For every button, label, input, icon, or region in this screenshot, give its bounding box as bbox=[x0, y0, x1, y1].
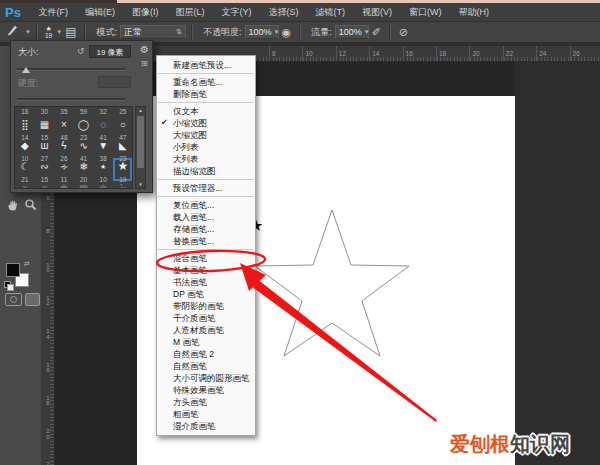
menu-item[interactable]: 删除画笔 bbox=[157, 88, 255, 100]
brush-cell[interactable]: 35 bbox=[54, 108, 74, 115]
ruler-tick bbox=[570, 46, 571, 61]
brush-cell[interactable]: × bbox=[54, 118, 74, 131]
menu-item[interactable]: 大缩览图 bbox=[157, 129, 255, 141]
default-colors-icon[interactable] bbox=[4, 281, 13, 290]
brush-cell[interactable]: ◌ bbox=[93, 118, 113, 131]
menu-item[interactable]: 人造材质画笔 bbox=[157, 324, 255, 336]
menu-item[interactable]: 预设管理器... bbox=[157, 182, 255, 194]
pen-pressure-size-icon[interactable]: ⊘ bbox=[399, 22, 408, 42]
airbrush-icon[interactable]: ✐ bbox=[372, 22, 381, 42]
menu-item[interactable]: 书法画笔 bbox=[157, 276, 255, 288]
brush-cell[interactable]: 59 bbox=[74, 108, 94, 115]
menubar-item[interactable]: 滤镜(T) bbox=[307, 3, 354, 21]
menu-item[interactable]: 特殊效果画笔 bbox=[157, 384, 255, 396]
menu-item[interactable]: 载入画笔... bbox=[157, 211, 255, 223]
menu-item[interactable]: M 画笔 bbox=[157, 336, 255, 348]
brush-cell[interactable]: ✳ bbox=[35, 182, 55, 189]
menu-item[interactable]: 复位画笔... bbox=[157, 199, 255, 211]
menu-item[interactable]: 自然画笔 2 bbox=[157, 348, 255, 360]
menu-item[interactable]: ✔小缩览图 bbox=[157, 117, 255, 129]
flow-dropdown[interactable]: 100% ▼ bbox=[335, 25, 369, 39]
brush-cell[interactable]: 18 bbox=[15, 108, 35, 115]
brush-cell[interactable]: ◣ bbox=[113, 139, 133, 152]
brush-cell[interactable]: ◆ bbox=[15, 139, 35, 152]
opacity-dropdown[interactable]: 100% ▼ bbox=[245, 25, 279, 39]
menubar-item[interactable]: 图像(I) bbox=[123, 3, 167, 21]
menu-item[interactable]: 方头画笔 bbox=[157, 396, 255, 408]
menu-item[interactable]: 湿介质画笔 bbox=[157, 420, 255, 432]
brush-tool-caret-icon[interactable]: ▼ bbox=[25, 29, 31, 35]
size-slider[interactable] bbox=[17, 68, 125, 71]
menubar-item[interactable]: 文字(Y) bbox=[213, 3, 260, 21]
menubar-item[interactable]: 帮助(H) bbox=[450, 3, 498, 21]
scroll-down-icon[interactable]: ▼ bbox=[136, 182, 145, 187]
menu-item[interactable]: 自然画笔 bbox=[157, 360, 255, 372]
menu-item[interactable]: 干介质画笔 bbox=[157, 312, 255, 324]
screen-mode-button[interactable] bbox=[25, 293, 40, 306]
brush-cell[interactable]: ▩ bbox=[74, 182, 94, 189]
brush-cell[interactable]: 30 bbox=[35, 108, 55, 115]
menu-item[interactable]: 基本画笔 bbox=[157, 264, 255, 276]
brush-cell[interactable]: ❄ bbox=[93, 182, 113, 189]
brush-cell[interactable]: ⣿ bbox=[15, 118, 35, 131]
menu-item[interactable]: 替换画笔... bbox=[157, 235, 255, 247]
brush-cell[interactable]: ★ bbox=[93, 160, 113, 173]
brush-cell[interactable]: ⠷ bbox=[113, 182, 133, 189]
brush-cell[interactable]: 25 bbox=[113, 108, 133, 115]
menu-item-highlighted[interactable]: 混合画笔 bbox=[157, 252, 255, 264]
menu-item[interactable]: 重命名画笔... bbox=[157, 76, 255, 88]
menu-item[interactable]: 带阴影的画笔 bbox=[157, 300, 255, 312]
swap-colors-icon[interactable]: ⇄ bbox=[24, 260, 30, 268]
panel-menu-gear-icon[interactable]: ⚙ bbox=[140, 44, 149, 55]
menu-item[interactable]: 大列表 bbox=[157, 153, 255, 165]
brush-tool-icon[interactable] bbox=[6, 22, 20, 42]
brush-preset-picker[interactable]: ★ 19 bbox=[45, 26, 52, 39]
mode-dropdown[interactable]: 正常 ⇅ bbox=[120, 25, 186, 39]
menu-item[interactable]: 描边缩览图 bbox=[157, 165, 255, 177]
brush-cell[interactable]: ∻ bbox=[54, 160, 74, 173]
menu-item[interactable]: 存储画笔... bbox=[157, 223, 255, 235]
brush-cell[interactable]: ❄ bbox=[74, 160, 94, 173]
brush-cell[interactable]: 32 bbox=[93, 108, 113, 115]
menu-item[interactable]: 新建画笔预设... bbox=[157, 59, 255, 71]
menubar-item[interactable]: 图层(L) bbox=[167, 3, 213, 21]
brush-grid[interactable]: 183035593225⣿▦×◯◌○141548234147◆шϟ∿▼◣1027… bbox=[14, 106, 133, 189]
hand-tool-icon[interactable] bbox=[6, 198, 20, 216]
zoom-tool-icon[interactable] bbox=[24, 198, 38, 216]
menubar-item[interactable]: 视图(V) bbox=[353, 3, 400, 21]
brush-grid-scrollbar[interactable]: ▲ ▼ bbox=[135, 106, 146, 189]
brush-cell[interactable]: ш bbox=[35, 139, 55, 152]
brush-cell[interactable]: ◯ bbox=[74, 118, 94, 131]
brush-cell[interactable]: × bbox=[15, 182, 35, 189]
reset-size-icon[interactable]: ↺ bbox=[77, 46, 85, 56]
brush-cell[interactable]: ▦ bbox=[35, 118, 55, 131]
menu-item[interactable]: DP 画笔 bbox=[157, 288, 255, 300]
size-value-field[interactable]: 19 像素 bbox=[89, 45, 131, 58]
foreground-color-swatch[interactable] bbox=[6, 263, 20, 277]
brush-cell[interactable]: ∾ bbox=[35, 160, 55, 173]
menu-item[interactable]: 仅文本 bbox=[157, 105, 255, 117]
brush-panel-toggle-icon[interactable]: ▤ bbox=[65, 22, 76, 42]
menubar-item[interactable]: 选择(S) bbox=[260, 3, 307, 21]
size-slider-thumb[interactable] bbox=[22, 67, 30, 73]
menubar-item[interactable]: 文件(F) bbox=[30, 3, 77, 21]
opacity-caret-icon: ▼ bbox=[274, 29, 280, 35]
brush-cell[interactable]: ☾ bbox=[15, 160, 35, 173]
menu-item[interactable]: 小列表 bbox=[157, 141, 255, 153]
brush-preset-caret-icon[interactable]: ▼ bbox=[56, 29, 62, 35]
scrollbar-thumb[interactable] bbox=[137, 116, 144, 168]
brush-cell[interactable]: ϟ bbox=[54, 139, 74, 152]
scroll-up-icon[interactable]: ▲ bbox=[136, 108, 145, 113]
menu-item[interactable]: 大小可调的圆形画笔 bbox=[157, 372, 255, 384]
brush-cell[interactable]: ∿ bbox=[74, 139, 94, 152]
menubar-item[interactable]: 窗口(W) bbox=[400, 3, 450, 21]
brush-cell[interactable]: ○ bbox=[113, 118, 133, 131]
brush-cell[interactable]: ▼ bbox=[93, 139, 113, 152]
menubar-item[interactable]: 编辑(E) bbox=[76, 3, 123, 21]
brush-cell[interactable]: ★ bbox=[113, 160, 133, 173]
menu-item[interactable]: 粗画笔 bbox=[157, 408, 255, 420]
pen-pressure-opacity-icon[interactable]: ◉ bbox=[282, 22, 292, 42]
brush-cell[interactable]: ✽ bbox=[54, 182, 74, 189]
quick-mask-button[interactable] bbox=[5, 293, 22, 306]
new-brush-icon[interactable]: ⊞ bbox=[141, 59, 148, 68]
